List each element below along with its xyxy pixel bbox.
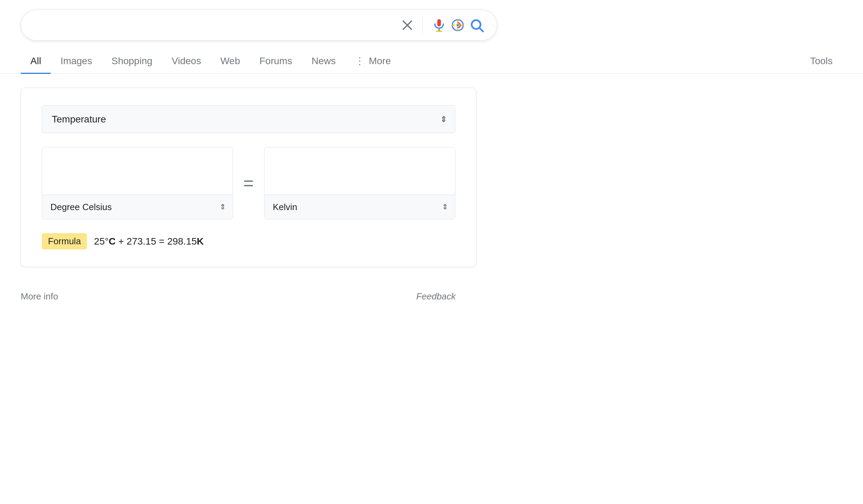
header: 25 deg c in kelvin xyxy=(0,0,863,41)
footer-links: More info Feedback xyxy=(0,281,476,312)
tab-shopping[interactable]: Shopping xyxy=(102,49,162,74)
more-info-link[interactable]: More info xyxy=(21,291,58,302)
tab-videos[interactable]: Videos xyxy=(162,49,211,74)
formula-badge: Formula xyxy=(42,233,87,249)
converter-row: 25 Degree CelsiusKelvinFahrenheitRankine… xyxy=(42,147,455,219)
formula-text: 25°C + 273.15 = 298.15K xyxy=(94,236,204,247)
type-selector[interactable]: TemperatureLengthMassSpeedVolume xyxy=(42,105,455,133)
equals-sign: = xyxy=(243,173,254,194)
svg-line-6 xyxy=(479,28,483,31)
search-bar: 25 deg c in kelvin xyxy=(21,10,497,41)
to-value-input[interactable]: 298.15 xyxy=(264,147,455,195)
search-input[interactable]: 25 deg c in kelvin xyxy=(31,18,399,32)
search-divider xyxy=(423,17,423,34)
lens-button[interactable] xyxy=(448,16,467,34)
tab-news[interactable]: News xyxy=(302,49,345,74)
formula-bold-k: K xyxy=(197,236,204,247)
to-unit-selector-wrapper: Degree CelsiusKelvinFahrenheitRankine ⇕ xyxy=(264,195,455,219)
search-button[interactable] xyxy=(467,16,486,35)
clear-icon xyxy=(401,19,414,31)
type-selector-wrapper: TemperatureLengthMassSpeedVolume ⇕ xyxy=(42,105,455,133)
microphone-icon xyxy=(432,18,446,32)
tab-more[interactable]: ⋮ More xyxy=(345,49,400,74)
from-unit-selector-wrapper: Degree CelsiusKelvinFahrenheitRankine ⇕ xyxy=(42,195,233,219)
microphone-button[interactable] xyxy=(430,16,448,34)
search-icon xyxy=(469,18,484,33)
svg-rect-2 xyxy=(437,19,441,27)
more-dots-icon: ⋮ xyxy=(355,55,365,67)
from-value-input[interactable]: 25 xyxy=(42,147,233,195)
from-unit-selector[interactable]: Degree CelsiusKelvinFahrenheitRankine xyxy=(42,195,233,219)
svg-point-4 xyxy=(457,24,459,27)
converter-card: TemperatureLengthMassSpeedVolume ⇕ 25 De… xyxy=(21,88,476,267)
navigation-tabs: All Images Shopping Videos Web Forums Ne… xyxy=(0,49,863,74)
formula-row: Formula 25°C + 273.15 = 298.15K xyxy=(42,233,455,249)
tab-web[interactable]: Web xyxy=(211,49,250,74)
tab-all[interactable]: All xyxy=(21,49,51,74)
tab-images[interactable]: Images xyxy=(51,49,102,74)
tab-forums[interactable]: Forums xyxy=(250,49,302,74)
feedback-link[interactable]: Feedback xyxy=(416,291,456,302)
to-unit-selector[interactable]: Degree CelsiusKelvinFahrenheitRankine xyxy=(264,195,455,219)
tab-tools[interactable]: Tools xyxy=(801,49,842,74)
to-value-box: 298.15 Degree CelsiusKelvinFahrenheitRan… xyxy=(264,147,455,219)
clear-button[interactable] xyxy=(399,17,416,33)
main-content: TemperatureLengthMassSpeedVolume ⇕ 25 De… xyxy=(0,74,863,281)
lens-icon xyxy=(450,18,465,32)
formula-bold-c: C xyxy=(109,236,116,247)
from-value-box: 25 Degree CelsiusKelvinFahrenheitRankine… xyxy=(42,147,233,219)
